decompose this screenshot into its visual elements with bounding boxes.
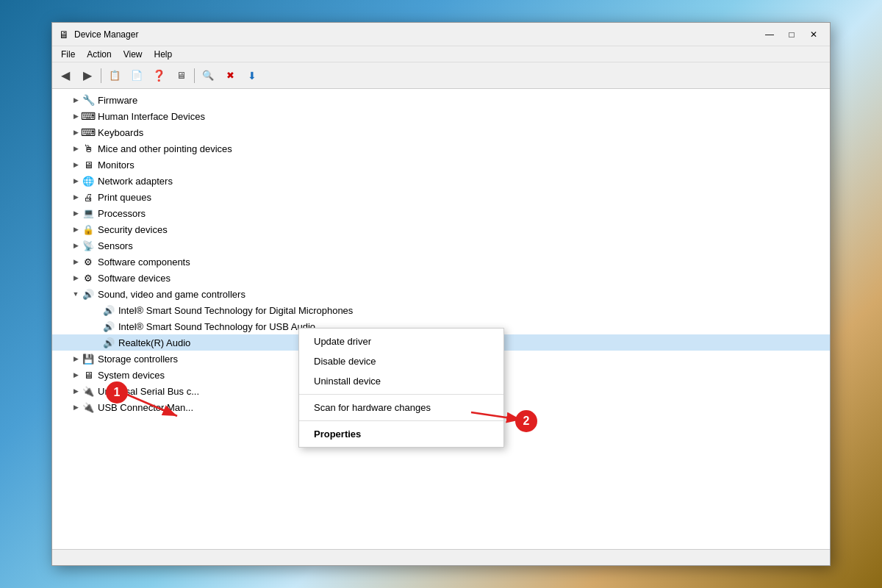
label-print: Print queues — [98, 192, 151, 203]
label-usb-connector: USB Connector Man... — [98, 402, 193, 413]
ctx-disable-device[interactable]: Disable device — [299, 351, 503, 371]
chevron-processors: ▶ — [70, 207, 82, 219]
add-legacy-button[interactable]: ✖ — [220, 66, 240, 85]
icon-network: 🌐 — [82, 174, 95, 187]
icon-intel-mic: 🔊 — [102, 304, 115, 317]
chevron-sw-devices: ▶ — [70, 272, 82, 284]
toolbar-sep-2 — [194, 68, 195, 83]
chevron-sw-components: ▶ — [70, 256, 82, 268]
properties-button[interactable]: 📋 — [104, 66, 125, 85]
icon-system: 🖥 — [82, 368, 95, 381]
tree-item-sw-devices[interactable]: ▶ ⚙ Software devices — [52, 270, 830, 286]
icon-usb-connector: 🔌 — [82, 401, 95, 414]
chevron-storage: ▶ — [70, 353, 82, 365]
chevron-network: ▶ — [70, 175, 82, 187]
tree-item-processors[interactable]: ▶ 💻 Processors — [52, 205, 830, 221]
ctx-uninstall-device[interactable]: Uninstall device — [299, 371, 503, 391]
tree-item-keyboards[interactable]: ▶ ⌨ Keyboards — [52, 124, 830, 140]
menu-view[interactable]: View — [118, 48, 148, 61]
view-resources-button[interactable]: 🖥 — [171, 66, 191, 85]
tree-item-sensors[interactable]: ▶ 📡 Sensors — [52, 237, 830, 254]
toolbar-sep-1 — [101, 68, 101, 83]
ctx-update-driver[interactable]: Update driver — [299, 331, 503, 351]
icon-intel-usb: 🔊 — [102, 320, 115, 333]
tree-item-print[interactable]: ▶ 🖨 Print queues — [52, 189, 830, 205]
minimize-button[interactable]: — — [759, 26, 780, 43]
label-sw-devices: Software devices — [98, 273, 171, 284]
device-manager-window: 🖥 Device Manager — □ ✕ File Action View … — [51, 22, 831, 566]
menu-help[interactable]: Help — [148, 48, 179, 61]
icon-usb: 🔌 — [82, 384, 95, 398]
label-intel-usb: Intel® Smart Sound Technology for USB Au… — [118, 321, 315, 332]
chevron-firmware: ▶ — [70, 94, 82, 106]
chevron-keyboards: ▶ — [70, 126, 82, 138]
tree-item-mice[interactable]: ▶ 🖱 Mice and other pointing devices — [52, 140, 830, 157]
download-driver-button[interactable]: ⬇ — [242, 66, 262, 85]
callout-2-number: 2 — [523, 415, 530, 428]
main-content: ▶ 🔧 Firmware ▶ ⌨ Human Interface Devices… — [52, 89, 830, 549]
menu-action[interactable]: Action — [81, 48, 117, 61]
tree-item-sw-components[interactable]: ▶ ⚙ Software components — [52, 254, 830, 270]
scan-changes-button[interactable]: 🔍 — [198, 66, 218, 85]
label-realtek: Realtek(R) Audio — [118, 337, 190, 348]
ctx-properties[interactable]: Properties — [299, 424, 503, 444]
tree-item-network[interactable]: ▶ 🌐 Network adapters — [52, 173, 830, 189]
context-menu: Update driver Disable device Uninstall d… — [298, 328, 504, 448]
chevron-print: ▶ — [70, 191, 82, 203]
label-network: Network adapters — [98, 176, 173, 187]
chevron-usb-connector: ▶ — [70, 401, 82, 413]
tree-item-security[interactable]: ▶ 🔒 Security devices — [52, 221, 830, 237]
icon-sensors: 📡 — [82, 239, 95, 252]
icon-sound: 🔊 — [82, 287, 95, 301]
tree-item-hid[interactable]: ▶ ⌨ Human Interface Devices — [52, 108, 830, 124]
chevron-usb: ▶ — [70, 385, 82, 397]
icon-hid: ⌨ — [82, 110, 95, 123]
callout-1-number: 1 — [114, 386, 121, 399]
icon-firmware: 🔧 — [82, 93, 95, 107]
label-hid: Human Interface Devices — [98, 111, 205, 122]
window-controls: — □ ✕ — [759, 26, 824, 43]
ctx-sep-2 — [299, 420, 503, 421]
label-mice: Mice and other pointing devices — [98, 143, 232, 154]
update-driver-button[interactable]: 📄 — [126, 66, 147, 85]
forward-button[interactable]: ▶ — [77, 66, 98, 85]
chevron-sensors: ▶ — [70, 240, 82, 251]
help-button[interactable]: ❓ — [148, 66, 169, 85]
chevron-monitors: ▶ — [70, 159, 82, 171]
window-icon: 🖥 — [58, 29, 70, 40]
label-monitors: Monitors — [98, 159, 135, 171]
status-bar — [52, 549, 830, 565]
icon-print: 🖨 — [82, 190, 95, 204]
chevron-security: ▶ — [70, 223, 82, 235]
ctx-scan-hardware[interactable]: Scan for hardware changes — [299, 398, 503, 417]
chevron-mice: ▶ — [70, 143, 82, 154]
chevron-system: ▶ — [70, 369, 82, 381]
chevron-sound: ▼ — [70, 288, 82, 300]
icon-keyboards: ⌨ — [82, 126, 95, 139]
icon-sw-devices: ⚙ — [82, 271, 95, 284]
label-system: System devices — [98, 370, 165, 381]
label-security: Security devices — [98, 224, 168, 235]
close-button[interactable]: ✕ — [803, 26, 824, 43]
back-button[interactable]: ◀ — [55, 66, 76, 85]
label-sw-components: Software components — [98, 257, 190, 268]
ctx-sep-1 — [299, 394, 503, 395]
tree-item-intel-mic[interactable]: ▶ 🔊 Intel® Smart Sound Technology for Di… — [52, 302, 830, 318]
icon-processors: 💻 — [82, 207, 95, 220]
label-intel-mic: Intel® Smart Sound Technology for Digita… — [118, 305, 353, 316]
toolbar: ◀ ▶ 📋 📄 ❓ 🖥 🔍 ✖ ⬇ — [52, 62, 830, 89]
tree-item-sound[interactable]: ▼ 🔊 Sound, video and game controllers — [52, 286, 830, 302]
tree-item-monitors[interactable]: ▶ 🖥 Monitors — [52, 157, 830, 173]
menu-file[interactable]: File — [55, 48, 81, 61]
chevron-hid: ▶ — [70, 110, 82, 122]
label-sensors: Sensors — [98, 240, 133, 251]
tree-item-firmware[interactable]: ▶ 🔧 Firmware — [52, 92, 830, 108]
icon-security: 🔒 — [82, 223, 95, 236]
label-processors: Processors — [98, 208, 146, 219]
icon-monitors: 🖥 — [82, 158, 95, 171]
maximize-button[interactable]: □ — [781, 26, 802, 43]
label-keyboards: Keyboards — [98, 127, 143, 138]
callout-2: 2 — [515, 410, 537, 432]
label-sound: Sound, video and game controllers — [98, 289, 245, 300]
icon-sw-components: ⚙ — [82, 255, 95, 268]
